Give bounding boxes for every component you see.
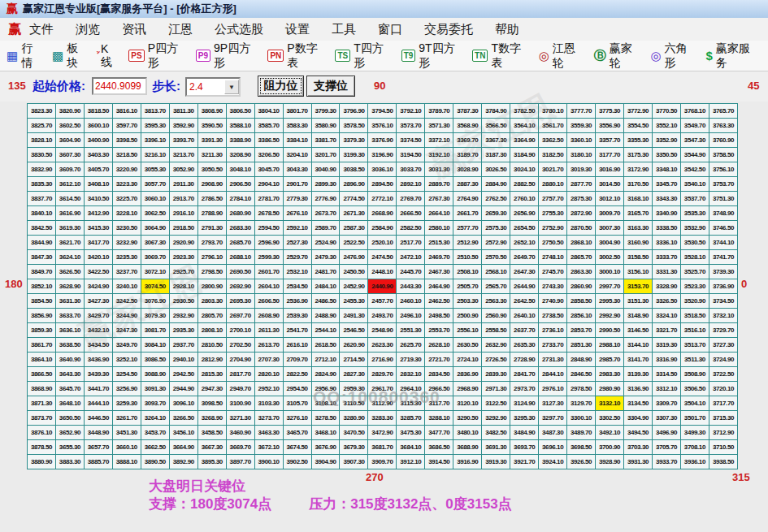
price-cell[interactable]: 3758.50 xyxy=(709,148,737,162)
menu-item-7[interactable]: 窗口 xyxy=(378,22,402,37)
price-cell[interactable]: 3540.10 xyxy=(680,177,709,192)
price-cell[interactable]: 3571.30 xyxy=(425,119,453,133)
price-cell[interactable]: 2769.70 xyxy=(397,192,425,206)
price-cell[interactable]: 3679.30 xyxy=(340,440,368,455)
price-cell[interactable]: 2702.50 xyxy=(226,338,254,353)
price-cell[interactable]: 3604.90 xyxy=(55,133,84,148)
price-cell[interactable]: 3261.70 xyxy=(112,411,141,426)
price-cell[interactable]: 2484.10 xyxy=(311,279,340,294)
price-cell[interactable]: 2743.30 xyxy=(539,279,567,294)
price-cell[interactable]: 3792.10 xyxy=(397,104,425,119)
price-cell[interactable]: 2738.50 xyxy=(539,309,567,323)
price-cell[interactable]: 3588.10 xyxy=(226,119,254,133)
price-cell[interactable]: 2848.90 xyxy=(567,353,596,367)
price-cell[interactable]: 3883.30 xyxy=(55,455,84,469)
price-cell[interactable]: 2820.10 xyxy=(254,367,283,382)
price-cell[interactable]: 3619.30 xyxy=(55,221,84,236)
price-cell[interactable]: 3696.10 xyxy=(539,440,567,455)
price-cell[interactable]: 2472.10 xyxy=(397,250,425,265)
price-cell[interactable]: 3297.70 xyxy=(539,411,567,426)
price-cell[interactable]: 2467.30 xyxy=(425,265,453,279)
price-cell[interactable]: 2697.70 xyxy=(226,309,254,323)
price-cell[interactable]: 3060.10 xyxy=(141,192,169,206)
price-cell[interactable]: 3645.70 xyxy=(55,382,84,396)
price-cell[interactable]: 3895.30 xyxy=(197,455,226,469)
price-cell[interactable]: 3727.30 xyxy=(709,338,737,353)
price-cell[interactable]: 3230.50 xyxy=(112,221,141,236)
price-cell[interactable]: 2724.10 xyxy=(453,353,482,367)
price-cell[interactable]: 3079.30 xyxy=(141,309,169,323)
price-cell[interactable]: 2584.90 xyxy=(368,221,397,236)
price-cell[interactable]: 2968.90 xyxy=(453,382,482,396)
price-cell[interactable]: 2935.30 xyxy=(169,323,197,338)
price-cell[interactable]: 2695.30 xyxy=(226,294,254,309)
price-cell[interactable]: 3616.90 xyxy=(55,206,84,221)
price-cell[interactable]: 2985.70 xyxy=(596,353,624,367)
price-cell[interactable]: 3252.10 xyxy=(112,353,141,367)
price-cell[interactable]: 3768.10 xyxy=(680,104,709,119)
price-cell[interactable]: 3249.70 xyxy=(112,338,141,353)
price-cell[interactable]: 3038.50 xyxy=(340,162,368,177)
price-cell[interactable]: 2522.50 xyxy=(340,236,368,250)
price-cell[interactable]: 3484.90 xyxy=(510,426,539,440)
toolbar-item-行情[interactable]: ▦行情 xyxy=(7,41,41,71)
price-cell[interactable]: 3451.30 xyxy=(112,426,141,440)
price-cell[interactable]: 3933.70 xyxy=(652,455,680,469)
price-cell[interactable]: 3777.70 xyxy=(567,104,596,119)
price-cell[interactable]: 3163.30 xyxy=(624,221,653,236)
price-cell[interactable]: 2868.10 xyxy=(567,236,596,250)
price-cell[interactable]: 3055.30 xyxy=(141,162,169,177)
price-cell[interactable]: 3890.50 xyxy=(141,455,169,469)
toolbar-item-赢家轮[interactable]: Ⓑ赢家轮 xyxy=(594,41,640,71)
price-cell[interactable]: 3427.30 xyxy=(84,294,112,309)
price-cell[interactable]: 3626.50 xyxy=(55,265,84,279)
price-cell[interactable]: 3218.50 xyxy=(112,148,141,162)
price-cell[interactable]: 3640.90 xyxy=(55,353,84,367)
key-level-cell[interactable]: 3153.70 xyxy=(624,279,653,294)
price-cell[interactable]: 3362.50 xyxy=(539,133,567,148)
price-cell[interactable]: 2752.90 xyxy=(539,221,567,236)
price-cell[interactable]: 2709.70 xyxy=(283,353,311,367)
price-cell[interactable]: 2673.70 xyxy=(311,206,340,221)
price-cell[interactable]: 3232.90 xyxy=(112,236,141,250)
price-cell[interactable]: 3444.10 xyxy=(84,396,112,411)
price-cell[interactable]: 2647.30 xyxy=(510,265,539,279)
price-cell[interactable]: 3271.30 xyxy=(226,411,254,426)
price-cell[interactable]: 3566.50 xyxy=(482,119,510,133)
price-cell[interactable]: 3285.70 xyxy=(397,411,425,426)
price-cell[interactable]: 2776.90 xyxy=(311,192,340,206)
price-cell[interactable]: 3408.10 xyxy=(84,177,112,192)
price-cell[interactable]: 3237.70 xyxy=(112,265,141,279)
price-cell[interactable]: 2630.50 xyxy=(453,338,482,353)
price-cell[interactable]: 3717.70 xyxy=(709,396,737,411)
price-cell[interactable]: 2887.30 xyxy=(453,177,482,192)
price-cell[interactable]: 3468.10 xyxy=(311,426,340,440)
price-cell[interactable]: 3489.70 xyxy=(567,426,596,440)
price-cell[interactable]: 3544.90 xyxy=(680,148,709,162)
price-cell[interactable]: 3324.10 xyxy=(652,309,680,323)
price-cell[interactable]: 3225.70 xyxy=(112,192,141,206)
price-cell[interactable]: 3084.10 xyxy=(141,338,169,353)
menu-item-2[interactable]: 资讯 xyxy=(122,22,146,37)
price-cell[interactable]: 2652.10 xyxy=(510,236,539,250)
price-cell[interactable]: 2836.90 xyxy=(453,367,482,382)
price-cell[interactable]: 2911.30 xyxy=(169,177,197,192)
price-cell[interactable]: 3112.90 xyxy=(368,396,397,411)
price-cell[interactable]: 2892.10 xyxy=(397,177,425,192)
price-cell[interactable]: 2853.70 xyxy=(567,323,596,338)
price-cell[interactable]: 3026.50 xyxy=(482,162,510,177)
price-cell[interactable]: 3907.30 xyxy=(340,455,368,469)
price-cell[interactable]: 3628.90 xyxy=(55,279,84,294)
price-cell[interactable]: 2541.70 xyxy=(283,323,311,338)
price-cell[interactable]: 2503.30 xyxy=(453,294,482,309)
price-cell[interactable]: 3760.90 xyxy=(709,133,737,148)
price-cell[interactable]: 3096.10 xyxy=(169,396,197,411)
price-cell[interactable]: 3196.90 xyxy=(368,148,397,162)
price-cell[interactable]: 3513.70 xyxy=(680,338,709,353)
price-cell[interactable]: 2803.30 xyxy=(197,294,226,309)
price-cell[interactable]: 2505.70 xyxy=(453,279,482,294)
price-cell[interactable]: 3333.70 xyxy=(652,250,680,265)
price-cell[interactable]: 3168.10 xyxy=(624,192,653,206)
price-cell[interactable]: 2930.50 xyxy=(169,294,197,309)
price-cell[interactable]: 2668.90 xyxy=(368,206,397,221)
